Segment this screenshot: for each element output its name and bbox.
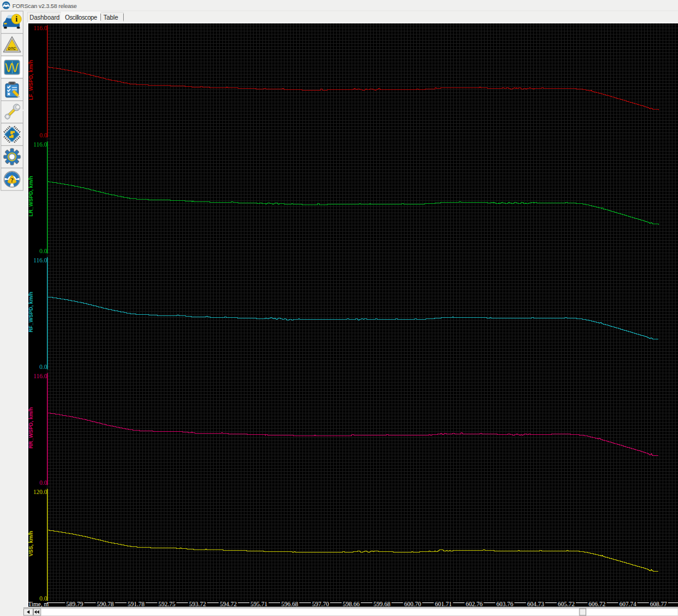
svg-text:0.0: 0.0	[39, 132, 47, 139]
svg-text:FORScan v2.3.58 release: FORScan v2.3.58 release	[12, 2, 77, 9]
svg-text:607.74: 607.74	[619, 601, 637, 607]
svg-text:589.79: 589.79	[66, 601, 83, 607]
svg-text:RF_WSPD, km/h: RF_WSPD, km/h	[28, 291, 34, 332]
svg-text:593.72: 593.72	[189, 601, 206, 607]
svg-text:605.72: 605.72	[558, 601, 575, 607]
svg-text:600.70: 600.70	[404, 601, 421, 607]
svg-text:601.71: 601.71	[435, 601, 452, 607]
svg-text:116.0: 116.0	[33, 25, 47, 31]
svg-text:599.68: 599.68	[373, 601, 390, 607]
svg-text:RR_WSPD, km/h: RR_WSPD, km/h	[28, 407, 34, 448]
svg-text:Table: Table	[103, 14, 118, 21]
svg-text:608.77: 608.77	[650, 601, 668, 607]
svg-text:?: ?	[10, 177, 14, 184]
svg-text:Oscilloscope: Oscilloscope	[65, 14, 98, 21]
svg-text:0.0: 0.0	[39, 248, 47, 254]
svg-text:591.78: 591.78	[127, 601, 145, 607]
svg-text:116.0: 116.0	[33, 257, 47, 264]
svg-text:0.0: 0.0	[39, 363, 47, 370]
svg-text:i: i	[15, 15, 18, 23]
svg-text:606.72: 606.72	[589, 601, 606, 607]
svg-text:603.76: 603.76	[496, 601, 514, 607]
svg-text:597.70: 597.70	[312, 601, 329, 607]
svg-text:594.72: 594.72	[220, 601, 237, 607]
svg-text:116.0: 116.0	[33, 373, 47, 379]
svg-text:Dashboard: Dashboard	[30, 14, 60, 21]
svg-text:120.0: 120.0	[33, 488, 47, 495]
svg-text:116.0: 116.0	[33, 141, 47, 148]
svg-text:590.78: 590.78	[97, 601, 114, 607]
svg-text:592.75: 592.75	[158, 601, 176, 607]
svg-text:DTC: DTC	[8, 46, 17, 51]
svg-text:604.73: 604.73	[527, 601, 544, 607]
svg-text:VSS, km/h: VSS, km/h	[28, 531, 34, 557]
svg-text:LF_WSPD, km/h: LF_WSPD, km/h	[28, 60, 34, 100]
svg-text:Time, m: Time, m	[28, 601, 49, 607]
svg-text:602.76: 602.76	[466, 601, 483, 607]
svg-text:598.66: 598.66	[343, 601, 360, 607]
svg-text:LR_WSPD, km/h: LR_WSPD, km/h	[28, 176, 34, 216]
svg-text:596.68: 596.68	[281, 601, 299, 607]
svg-text:595.71: 595.71	[251, 601, 268, 607]
svg-text:0.0: 0.0	[39, 479, 47, 486]
